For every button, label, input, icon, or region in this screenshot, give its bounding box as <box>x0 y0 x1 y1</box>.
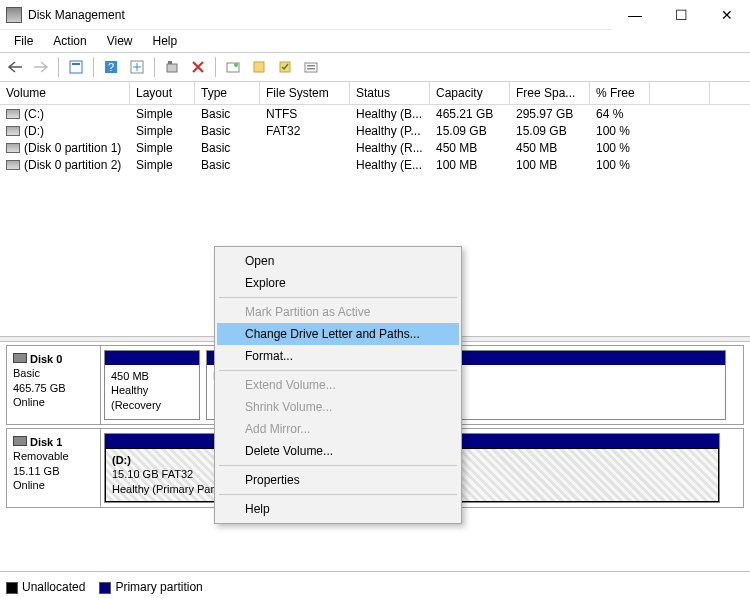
toolbar-btn-1[interactable] <box>65 56 87 78</box>
menu-action[interactable]: Action <box>45 32 94 50</box>
context-menu-item[interactable]: Change Drive Letter and Paths... <box>217 323 459 345</box>
svg-rect-6 <box>168 61 172 64</box>
col-layout[interactable]: Layout <box>130 82 195 104</box>
col-freespace[interactable]: Free Spa... <box>510 82 590 104</box>
context-menu-item[interactable]: Delete Volume... <box>217 440 459 462</box>
delete-icon[interactable] <box>187 56 209 78</box>
context-menu-item[interactable]: Explore <box>217 272 459 294</box>
svg-rect-11 <box>305 63 317 72</box>
menu-separator <box>219 370 457 371</box>
legend-primary: Primary partition <box>115 580 202 594</box>
col-extra[interactable] <box>650 82 710 104</box>
menu-separator <box>219 465 457 466</box>
swatch-unallocated <box>6 582 18 594</box>
svg-rect-12 <box>307 65 315 67</box>
app-icon <box>6 7 22 23</box>
toolbar: ? <box>0 52 750 82</box>
drive-icon <box>6 160 20 170</box>
context-menu-item: Shrink Volume... <box>217 396 459 418</box>
context-menu-item[interactable]: Format... <box>217 345 459 367</box>
table-row[interactable]: (D:)SimpleBasicFAT32Healthy (P...15.09 G… <box>0 122 750 139</box>
menu-view[interactable]: View <box>99 32 141 50</box>
col-filesystem[interactable]: File System <box>260 82 350 104</box>
col-capacity[interactable]: Capacity <box>430 82 510 104</box>
context-menu-item[interactable]: Open <box>217 250 459 272</box>
svg-rect-1 <box>72 63 80 65</box>
window-title: Disk Management <box>28 8 125 22</box>
menu-help[interactable]: Help <box>145 32 186 50</box>
context-menu: OpenExploreMark Partition as ActiveChang… <box>214 246 462 524</box>
col-pctfree[interactable]: % Free <box>590 82 650 104</box>
context-menu-item: Extend Volume... <box>217 374 459 396</box>
disk-label: Disk 0Basic465.75 GBOnline <box>7 346 101 424</box>
titlebar: Disk Management — ☐ ✕ <box>0 0 750 30</box>
context-menu-item: Mark Partition as Active <box>217 301 459 323</box>
table-row[interactable]: (C:)SimpleBasicNTFSHealthy (B...465.21 G… <box>0 105 750 122</box>
maximize-button[interactable]: ☐ <box>658 0 704 30</box>
drive-icon <box>6 109 20 119</box>
legend-unallocated: Unallocated <box>22 580 85 594</box>
svg-rect-9 <box>254 62 264 72</box>
toolbar-btn-4[interactable] <box>222 56 244 78</box>
context-menu-item[interactable]: Properties <box>217 469 459 491</box>
menubar: File Action View Help <box>0 30 750 52</box>
back-button[interactable] <box>4 56 26 78</box>
legend: Unallocated Primary partition <box>6 580 203 594</box>
col-status[interactable]: Status <box>350 82 430 104</box>
svg-rect-0 <box>70 61 82 73</box>
minimize-button[interactable]: — <box>612 0 658 30</box>
swatch-primary <box>99 582 111 594</box>
forward-button[interactable] <box>30 56 52 78</box>
svg-rect-13 <box>307 68 315 70</box>
svg-rect-5 <box>167 64 177 72</box>
toolbar-btn-5[interactable] <box>248 56 270 78</box>
svg-text:?: ? <box>108 61 114 73</box>
menu-separator <box>219 297 457 298</box>
toolbar-btn-6[interactable] <box>274 56 296 78</box>
menu-file[interactable]: File <box>6 32 41 50</box>
context-menu-item: Add Mirror... <box>217 418 459 440</box>
help-icon[interactable]: ? <box>100 56 122 78</box>
toolbar-btn-2[interactable] <box>126 56 148 78</box>
close-button[interactable]: ✕ <box>704 0 750 30</box>
col-type[interactable]: Type <box>195 82 260 104</box>
partition[interactable]: 450 MBHealthy (Recovery <box>104 350 200 420</box>
toolbar-btn-3[interactable] <box>161 56 183 78</box>
disk-label: Disk 1Removable15.11 GBOnline <box>7 429 101 507</box>
svg-point-8 <box>234 63 238 67</box>
drive-icon <box>6 143 20 153</box>
menu-separator <box>219 494 457 495</box>
toolbar-btn-7[interactable] <box>300 56 322 78</box>
col-volume[interactable]: Volume <box>0 82 130 104</box>
context-menu-item[interactable]: Help <box>217 498 459 520</box>
table-row[interactable]: (Disk 0 partition 2)SimpleBasicHealthy (… <box>0 156 750 173</box>
table-row[interactable]: (Disk 0 partition 1)SimpleBasicHealthy (… <box>0 139 750 156</box>
drive-icon <box>6 126 20 136</box>
